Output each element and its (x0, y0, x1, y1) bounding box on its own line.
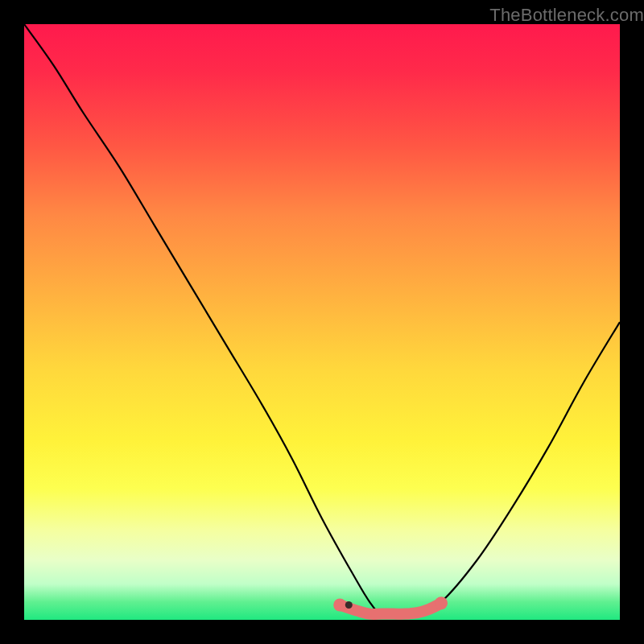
valley-marker-endcap (333, 599, 346, 612)
valley-marker-path (340, 603, 441, 614)
plot-area (24, 24, 620, 620)
valley-marker-endcap (435, 597, 448, 609)
chart-svg (24, 24, 620, 620)
bottleneck-curve (24, 24, 620, 615)
watermark-text: TheBottleneck.com (489, 5, 644, 26)
curve-point-marker (345, 601, 353, 609)
